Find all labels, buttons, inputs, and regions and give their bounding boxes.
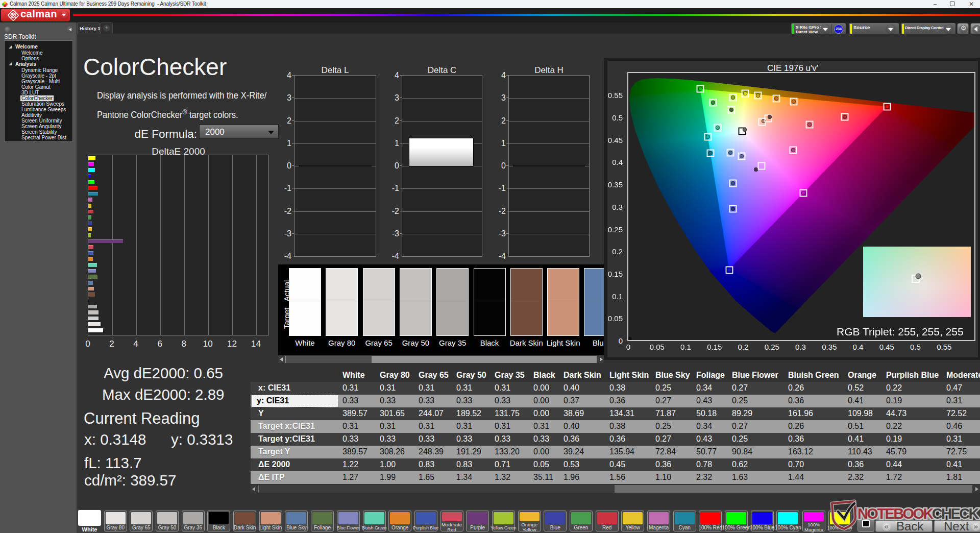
svg-text:NOTEBOOKCHECK: NOTEBOOKCHECK — [857, 505, 979, 522]
